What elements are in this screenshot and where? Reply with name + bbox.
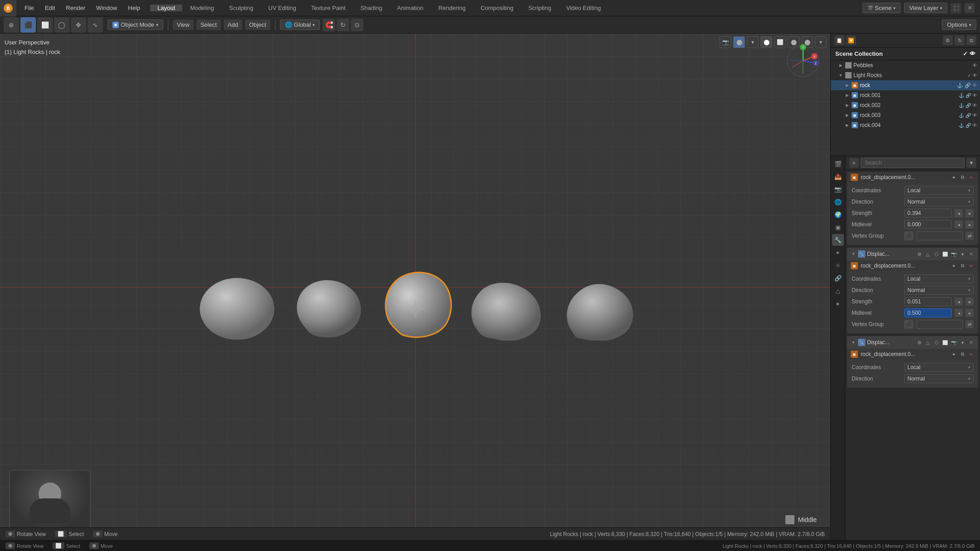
view-btn[interactable]: View (173, 20, 194, 30)
displac2-close[interactable]: ✕ (967, 250, 975, 258)
outliner-item-pebbles[interactable]: ▶ Pebbles 👁 (831, 60, 980, 70)
viewport[interactable]: User Perspective (1) Light Rocks | rock … (0, 34, 830, 540)
link-icon-rock004[interactable]: ⚓ (959, 123, 964, 128)
tab-modeling[interactable]: Modeling (183, 5, 221, 11)
proportional-edit[interactable]: ⊙ (351, 19, 363, 31)
menu-edit[interactable]: Edit (40, 3, 59, 13)
options-dropdown[interactable]: Options ▾ (942, 20, 976, 30)
hide-icon[interactable]: 👁 (970, 50, 975, 57)
outliner-item-rock001[interactable]: ▶ ▣ rock.001 ⚓ 🔗 👁 (831, 90, 980, 100)
coords-dropdown-3[interactable]: Local ▾ (904, 363, 974, 372)
transform-dropdown[interactable]: 🌐 Global ▾ (280, 20, 320, 30)
outliner-filter-types[interactable]: ⚙ (943, 35, 953, 45)
tab-texture-paint[interactable]: Texture Paint (304, 5, 353, 11)
vg-swap-2[interactable]: ⇌ (965, 320, 974, 328)
check-icon[interactable]: ✓ (963, 50, 968, 57)
rock-3-selected[interactable] (376, 263, 455, 342)
prop-constraints[interactable]: 🔗 (832, 272, 844, 284)
displac3-toggle[interactable]: ▾ (959, 339, 966, 346)
view-layer-selector[interactable]: View Layer ▾ (904, 3, 947, 13)
tex-new-icon-2[interactable]: ✦ (950, 262, 957, 269)
coords-dropdown-1[interactable]: Local ▾ (904, 186, 974, 195)
tex-copy-icon-3[interactable]: ⧉ (959, 351, 966, 358)
constraint-icon-rock001[interactable]: 🔗 (965, 93, 971, 98)
select-key[interactable]: ⬜ (55, 531, 67, 537)
prop-render[interactable]: 🎬 (832, 158, 844, 170)
menu-file[interactable]: File (20, 3, 39, 13)
blender-logo[interactable]: B (0, 0, 16, 16)
displac3-camera-icon[interactable]: 📷 (950, 339, 957, 346)
outliner-item-rock002[interactable]: ▶ ▣ rock.002 ⚓ 🔗 👁 (831, 100, 980, 110)
menu-render[interactable]: Render (61, 3, 90, 13)
eye-rock004[interactable]: 👁 (972, 122, 977, 128)
coords-dropdown-2[interactable]: Local ▾ (904, 274, 974, 283)
midlevel-minus-2[interactable]: ◂ (955, 309, 963, 317)
props-search-input[interactable] (861, 158, 965, 168)
midlevel-value-1[interactable]: 0.000 (904, 220, 952, 229)
move-key[interactable]: ⊕ (93, 531, 103, 537)
eye-pebbles[interactable]: 👁 (972, 63, 977, 68)
props-filter-btn[interactable]: ▼ (966, 158, 976, 168)
outliner-item-light-rocks[interactable]: ▼ Light Rocks ✓ 👁 (831, 70, 980, 80)
prop-scene[interactable]: 🌐 (832, 196, 844, 208)
nav-gizmo[interactable]: X Y Z (785, 43, 821, 80)
displac3-vert-icon[interactable]: △ (924, 339, 931, 346)
prop-world[interactable]: 🌍 (832, 209, 844, 220)
tool-select4[interactable]: ✥ (71, 17, 86, 33)
check-light-rocks[interactable]: ✓ (967, 73, 971, 78)
prop-particles[interactable]: ✦ (832, 247, 844, 258)
vg-value-1[interactable] (916, 231, 963, 240)
tab-compositing[interactable]: Compositing (473, 5, 520, 11)
close-btn[interactable]: ✕ (965, 3, 975, 13)
tex-close-icon-3[interactable]: ✕ (967, 351, 975, 358)
vg-icon-2[interactable]: ⬛ (904, 320, 913, 329)
strength-value-1[interactable]: 0.394 (904, 209, 952, 218)
midlevel-plus-1[interactable]: ▸ (965, 220, 974, 229)
snap-angle[interactable]: ↻ (337, 19, 349, 31)
tex-new-icon-1[interactable]: ✦ (950, 174, 957, 181)
displac3-expand[interactable]: ▼ (851, 340, 856, 345)
displac3-edge-icon[interactable]: ⬡ (933, 339, 940, 346)
constraint-icon-rock[interactable]: 🔗 (965, 83, 971, 88)
outliner-sync[interactable]: ↻ (955, 35, 965, 45)
prop-modifier[interactable]: 🔧 (832, 234, 844, 246)
eye-rock003[interactable]: 👁 (972, 112, 977, 118)
dir-dropdown-2[interactable]: Normal ▾ (904, 286, 974, 295)
constraint-icon-rock002[interactable]: 🔗 (965, 103, 971, 108)
tool-select2[interactable]: ⬜ (37, 17, 53, 33)
eye-rock002[interactable]: 👁 (972, 102, 977, 108)
tab-scripting[interactable]: Scripting (521, 5, 559, 11)
menu-window[interactable]: Window (92, 3, 122, 13)
outliner-filter-btn[interactable]: 🔽 (846, 35, 856, 45)
tool-select-box[interactable]: ⬛ (20, 17, 36, 33)
eye-rock[interactable]: 👁 (972, 83, 977, 88)
link-icon-rock001[interactable]: ⚓ (959, 93, 964, 98)
vg-swap-1[interactable]: ⇌ (965, 232, 974, 240)
midlevel-value-2[interactable]: 0.500 (904, 308, 952, 317)
link-icon-rock003[interactable]: ⚓ (959, 113, 964, 118)
tab-video-editing[interactable]: Video Editing (559, 5, 608, 11)
tex-copy-icon-2[interactable]: ⧉ (959, 262, 966, 269)
displac2-expand[interactable]: ▼ (851, 251, 856, 257)
object-btn[interactable]: Object (245, 20, 270, 30)
tool-lasso[interactable]: ∿ (88, 17, 103, 33)
camera-icon-btn[interactable]: 📷 (720, 36, 731, 48)
scene-selector[interactable]: 🎬 Scene ▾ (862, 3, 901, 13)
displac2-camera-icon[interactable]: 📷 (950, 250, 957, 258)
viewport-shading-solid[interactable]: ⬤ (760, 36, 772, 48)
displac2-toggle[interactable]: ▾ (959, 250, 966, 258)
prop-material[interactable]: ● (832, 297, 844, 309)
eye-light-rocks[interactable]: 👁 (972, 73, 977, 78)
overlay-btn[interactable]: ⬤ (733, 36, 745, 48)
tool-cursor[interactable]: ⊕ (4, 17, 19, 33)
fullscreen-btn[interactable]: ⛶ (951, 3, 961, 13)
prop-data[interactable]: △ (832, 285, 844, 297)
select-btn[interactable]: Select (196, 20, 221, 30)
strength-minus-1[interactable]: ◂ (955, 209, 963, 217)
displac2-edge-icon[interactable]: ⬡ (933, 250, 940, 258)
prop-object[interactable]: ▣ (832, 221, 844, 233)
dir-dropdown-1[interactable]: Normal ▾ (904, 197, 974, 206)
mode-dropdown[interactable]: ▣ Object Mode ▾ (108, 20, 163, 30)
midlevel-plus-2[interactable]: ▸ (965, 309, 974, 317)
tab-layout[interactable]: Layout (150, 5, 182, 11)
